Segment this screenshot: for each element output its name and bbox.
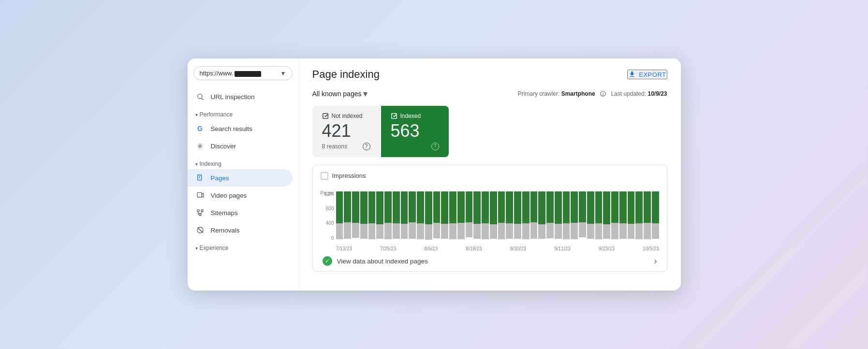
bar-group xyxy=(571,191,578,241)
bar-group xyxy=(368,191,376,241)
sidebar-item-removals[interactable]: Removals xyxy=(188,221,293,239)
impressions-label: Impressions xyxy=(332,172,366,179)
bar-group xyxy=(384,191,392,241)
sidebar-item-sitemaps[interactable]: Sitemaps xyxy=(188,204,293,221)
svg-rect-2 xyxy=(197,175,201,180)
sidebar: https://www. ▼ URL inspection ▾ Performa… xyxy=(188,58,299,291)
bar-group xyxy=(360,191,368,241)
bar-indexed xyxy=(490,191,497,224)
bar-not-indexed xyxy=(368,223,376,239)
not-indexed-info-icon[interactable]: ? xyxy=(363,143,370,150)
impressions-checkbox[interactable] xyxy=(321,172,328,180)
sidebar-item-pages[interactable]: Pages xyxy=(188,169,293,187)
indexed-count: 563 xyxy=(391,121,439,141)
bar-not-indexed xyxy=(498,223,505,239)
svg-line-1 xyxy=(202,98,204,100)
bar-group xyxy=(628,191,635,241)
bar-not-indexed xyxy=(603,224,610,239)
bar-not-indexed xyxy=(490,224,497,239)
filter-selected-label: All known pages xyxy=(312,90,362,98)
page-header: Page indexing EXPORT xyxy=(312,68,667,81)
bar-indexed xyxy=(619,191,627,223)
bar-indexed xyxy=(473,191,481,224)
bar-indexed xyxy=(466,191,473,222)
page-title: Page indexing xyxy=(312,68,380,81)
bar-group xyxy=(522,191,530,241)
bar-not-indexed xyxy=(352,223,359,238)
bar-not-indexed xyxy=(546,223,554,239)
all-known-pages-dropdown[interactable]: All known pages ▾ xyxy=(312,88,368,99)
chart-bars xyxy=(336,191,659,241)
bar-group xyxy=(473,191,481,241)
bar-indexed xyxy=(433,191,441,223)
svg-rect-7 xyxy=(197,210,199,212)
bar-group xyxy=(644,191,651,241)
bar-group xyxy=(425,191,432,241)
bar-indexed xyxy=(409,191,416,222)
bar-not-indexed xyxy=(506,223,513,239)
chart-header: Impressions xyxy=(321,172,659,180)
bar-not-indexed xyxy=(579,222,586,238)
bar-indexed xyxy=(417,191,424,223)
bar-indexed xyxy=(352,191,359,223)
bar-not-indexed xyxy=(393,223,400,239)
bar-group xyxy=(417,191,424,241)
sidebar-item-discover[interactable]: ✳ Discover xyxy=(188,137,293,155)
chart-area: Pages 1.2K 800 400 0 xyxy=(321,184,659,251)
bar-indexed xyxy=(579,191,586,222)
indexed-info-icon[interactable]: ? xyxy=(431,143,439,150)
bar-group xyxy=(441,191,448,241)
bar-group xyxy=(538,191,545,241)
svg-line-14 xyxy=(197,228,203,233)
bar-indexed xyxy=(506,191,513,223)
svg-marker-6 xyxy=(202,193,203,197)
google-icon: G xyxy=(195,124,205,133)
search-results-label: Search results xyxy=(211,125,252,132)
bar-indexed xyxy=(644,191,651,223)
bar-indexed xyxy=(563,191,570,223)
stats-row: Not indexed 421 8 reasons ? Indexed 563 … xyxy=(312,106,667,157)
bar-indexed xyxy=(336,191,343,223)
sidebar-item-video-pages[interactable]: Video pages xyxy=(188,187,293,204)
svg-rect-5 xyxy=(197,193,202,197)
bar-indexed xyxy=(546,191,554,223)
video-pages-icon xyxy=(195,190,205,200)
bar-group xyxy=(466,191,473,241)
bar-not-indexed xyxy=(530,222,538,239)
search-icon xyxy=(195,92,205,102)
experience-section-label: ▾ Experience xyxy=(188,239,298,253)
not-indexed-count: 421 xyxy=(322,121,370,141)
bar-group xyxy=(506,191,513,241)
not-indexed-card[interactable]: Not indexed 421 8 reasons ? xyxy=(312,106,380,157)
sidebar-item-search-results[interactable]: G Search results xyxy=(188,120,293,137)
site-selector[interactable]: https://www. ▼ xyxy=(193,66,293,80)
bar-group xyxy=(563,191,570,241)
x-axis: 7/13/23 7/25/23 8/6/23 8/18/23 8/30/23 9… xyxy=(336,246,659,251)
view-data-chevron: › xyxy=(654,256,657,266)
meta-info: Primary crawler: Smartphone Last updated… xyxy=(518,90,667,98)
sidebar-item-url-inspection[interactable]: URL inspection xyxy=(188,88,293,105)
y-axis-labels: 1.2K 800 400 0 xyxy=(321,191,334,241)
url-inspection-label: URL inspection xyxy=(211,93,255,101)
indexing-section-label: ▾ Indexing xyxy=(188,155,298,169)
bar-group xyxy=(352,191,359,241)
svg-point-17 xyxy=(603,95,603,95)
export-button[interactable]: EXPORT xyxy=(627,70,667,79)
bar-group xyxy=(336,191,343,241)
bar-not-indexed xyxy=(401,224,408,239)
bar-indexed xyxy=(628,191,635,224)
bar-not-indexed xyxy=(336,223,343,239)
indexed-card[interactable]: Indexed 563 ? xyxy=(381,106,449,157)
svg-rect-18 xyxy=(323,114,328,119)
bar-indexed xyxy=(482,191,489,223)
bar-not-indexed xyxy=(384,223,392,239)
app-window: https://www. ▼ URL inspection ▾ Performa… xyxy=(188,58,681,291)
bar-group xyxy=(611,191,618,241)
view-data-row[interactable]: ✓ View data about indexed pages › xyxy=(321,251,659,267)
bar-not-indexed xyxy=(571,223,578,239)
bar-not-indexed xyxy=(555,224,562,239)
not-indexed-label: Not indexed xyxy=(332,113,363,119)
bar-not-indexed xyxy=(595,223,603,239)
view-data-label: View data about indexed pages xyxy=(337,258,428,265)
svg-rect-19 xyxy=(391,114,397,119)
